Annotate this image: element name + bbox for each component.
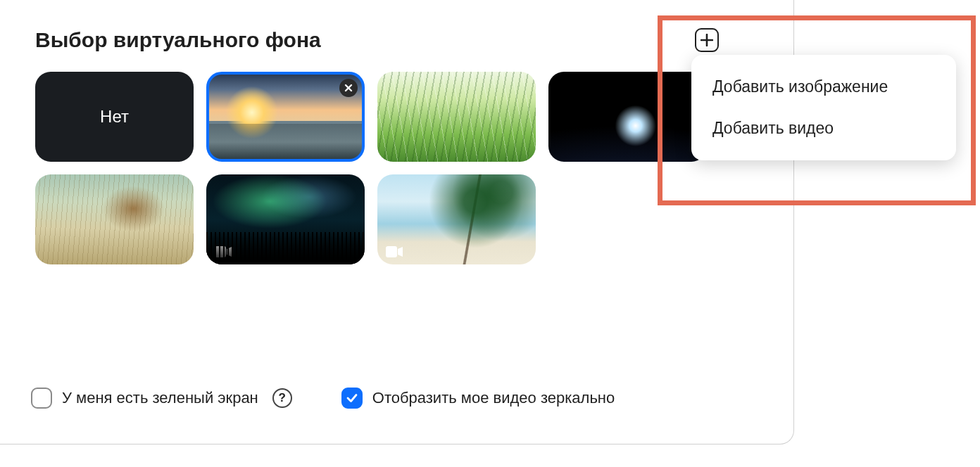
add-background-dropdown: Добавить изображение Добавить видео [691, 55, 956, 160]
background-grid: Нет [35, 72, 739, 264]
green-screen-label: У меня есть зеленый экран [62, 389, 258, 407]
background-option-grassland[interactable] [35, 174, 194, 264]
video-icon [215, 246, 232, 257]
video-badge [213, 245, 233, 259]
video-icon [386, 246, 403, 257]
mirror-video-checkbox[interactable] [341, 388, 363, 409]
section-title: Выбор виртуального фона [35, 28, 758, 52]
background-option-beach[interactable] [377, 174, 536, 264]
background-option-bridge[interactable] [206, 72, 365, 162]
svg-rect-0 [215, 246, 226, 257]
remove-background-button[interactable] [339, 79, 358, 97]
video-badge [384, 245, 404, 259]
footer-options: У меня есть зеленый экран ? Отобразить м… [31, 388, 615, 409]
green-screen-checkbox[interactable] [31, 388, 52, 409]
none-label: Нет [100, 107, 129, 127]
background-option-grass[interactable] [377, 72, 536, 162]
svg-rect-1 [386, 246, 397, 257]
green-screen-option[interactable]: У меня есть зеленый экран ? [31, 388, 292, 409]
check-icon [346, 392, 358, 404]
add-background-button[interactable] [695, 28, 719, 52]
help-icon: ? [279, 391, 286, 405]
add-image-menu-item[interactable]: Добавить изображение [691, 66, 956, 108]
background-option-earth[interactable] [548, 72, 707, 162]
mirror-video-option[interactable]: Отобразить мое видео зеркально [341, 388, 615, 409]
green-screen-help-button[interactable]: ? [272, 388, 292, 408]
add-video-menu-item[interactable]: Добавить видео [691, 108, 956, 149]
plus-icon [701, 34, 713, 46]
background-option-aurora[interactable] [206, 174, 365, 264]
background-option-none[interactable]: Нет [35, 72, 194, 162]
close-icon [344, 84, 353, 92]
mirror-video-label: Отобразить мое видео зеркально [372, 389, 615, 407]
virtual-background-panel: Выбор виртуального фона Нет [0, 0, 794, 444]
